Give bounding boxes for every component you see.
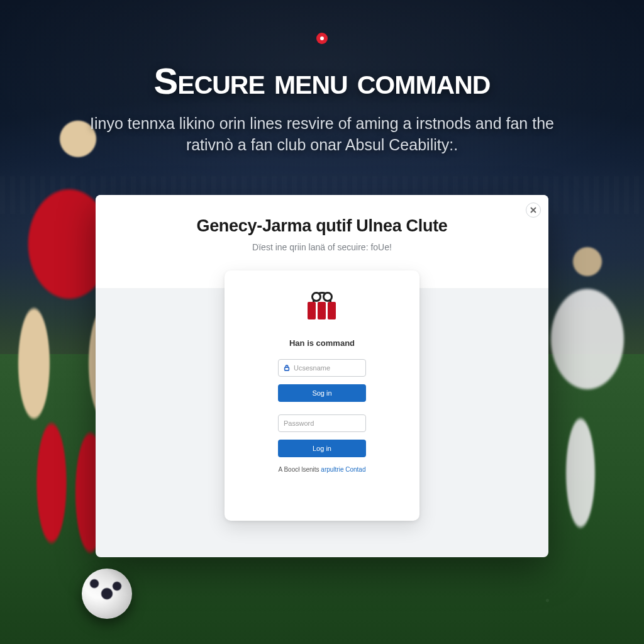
svg-point-0: [320, 36, 324, 40]
lock-icon: [284, 365, 290, 371]
soccer-ball-graphic: [82, 569, 132, 619]
username-input[interactable]: [294, 364, 360, 372]
footer-link[interactable]: arpultrie Contad: [321, 466, 365, 473]
card-label: Han is command: [251, 338, 393, 348]
svg-rect-1: [285, 367, 289, 370]
hero-subtitle: Iinyo tennxa likino orin lines resvire o…: [75, 113, 569, 156]
signin-button[interactable]: Sog in: [278, 384, 366, 402]
password-input[interactable]: [284, 419, 360, 427]
close-icon: [530, 207, 536, 213]
modal-title: Genecy-Jarma qutif Ulnea Clute: [96, 216, 548, 236]
username-field-wrap[interactable]: [278, 359, 366, 377]
login-card: Han is command Sog in Log in A Boocł lse…: [225, 270, 419, 521]
login-modal: Genecy-Jarma qutif Ulnea Clute Dïest ine…: [96, 195, 548, 557]
password-field-wrap[interactable]: [278, 414, 366, 432]
gift-logo-icon: [308, 292, 336, 319]
card-footer: A Boocł lsenits arpultrie Contad: [251, 466, 393, 473]
close-button[interactable]: [526, 203, 541, 218]
hero-badge-icon: [316, 33, 328, 44]
login-button[interactable]: Log in: [278, 440, 366, 457]
footer-prefix: A Boocł lsenits: [279, 466, 321, 473]
hero-title: Secure menu command: [0, 60, 644, 102]
modal-subtitle: Dïest ine qriin lanä of secuire: foUe!: [96, 242, 548, 252]
